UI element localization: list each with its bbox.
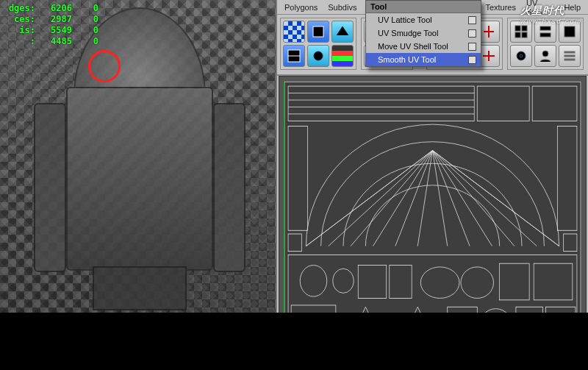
tool-menu-item-smudge[interactable]: UV Smudge Tool: [366, 26, 481, 40]
shelf-group-misc: [507, 18, 584, 70]
svg-point-53: [461, 267, 494, 299]
svg-point-48: [300, 266, 326, 297]
svg-rect-13: [522, 32, 527, 38]
svg-rect-15: [540, 33, 551, 37]
app-root: dges: 6206 0 ces: 2987 0 is: 5549 0 : 44…: [0, 0, 588, 370]
svg-rect-21: [564, 55, 575, 57]
tool-menu-label: Move UV Shell Tool: [378, 42, 448, 51]
svg-rect-45: [288, 234, 301, 252]
tool-menu-label: Smooth UV Tool: [378, 55, 436, 64]
svg-rect-0: [313, 26, 323, 37]
watermark: 火星时代 www.hxsd.com: [520, 4, 582, 25]
svg-point-18: [520, 54, 523, 57]
tool-menu-label: UV Lattice Tool: [378, 15, 432, 24]
svg-rect-43: [288, 126, 307, 230]
tool-menu-item-moveshell[interactable]: Move UV Shell Tool: [366, 40, 481, 53]
svg-rect-54: [500, 263, 530, 300]
svg-line-31: [306, 151, 432, 246]
option-box-icon[interactable]: [468, 43, 476, 51]
head-icon[interactable]: [534, 45, 556, 67]
isolate-select-icon[interactable]: [510, 45, 532, 67]
option-box-icon[interactable]: [468, 56, 476, 64]
svg-line-34: [373, 151, 433, 246]
svg-rect-22: [564, 59, 575, 60]
hud-value: 6206: [40, 3, 72, 14]
svg-rect-51: [390, 266, 412, 299]
tool-menu-item-smoothuv[interactable]: Smooth UV Tool: [366, 53, 481, 66]
svg-line-41: [433, 151, 537, 246]
svg-rect-50: [358, 266, 386, 299]
annotation-circle-icon: [88, 50, 121, 82]
svg-rect-24: [288, 86, 474, 121]
svg-point-19: [542, 51, 548, 57]
hud-row: dges: 6206 0: [3, 3, 98, 14]
svg-point-3: [314, 51, 323, 60]
svg-rect-44: [558, 126, 577, 230]
svg-rect-46: [564, 234, 577, 252]
uv-shaded-icon[interactable]: [331, 21, 354, 43]
watermark-brand: 火星时代: [520, 4, 564, 16]
uv-snapshot-icon[interactable]: [307, 21, 329, 43]
hud-selected: 0: [76, 3, 98, 14]
svg-rect-14: [540, 26, 551, 30]
svg-rect-20: [564, 51, 575, 53]
options-icon[interactable]: [559, 45, 581, 67]
polycount-hud: dges: 6206 0 ces: 2987 0 is: 5549 0 : 44…: [3, 3, 98, 47]
hud-row: ces: 2987 0: [3, 14, 98, 25]
option-box-icon[interactable]: [468, 29, 476, 38]
svg-rect-55: [534, 263, 573, 300]
svg-line-42: [433, 151, 559, 246]
svg-rect-12: [515, 32, 520, 38]
watermark-url: www.hxsd.com: [520, 18, 582, 25]
svg-rect-16: [564, 26, 575, 37]
menu-subdivs[interactable]: Subdivs: [323, 1, 361, 13]
tool-menu-label: UV Smudge Tool: [378, 29, 438, 38]
svg-rect-26: [532, 86, 577, 121]
uv-gradient-icon[interactable]: [331, 45, 354, 67]
uv-checker-display-icon[interactable]: [283, 21, 305, 43]
svg-line-39: [433, 151, 492, 246]
tool-menu-item-lattice[interactable]: UV Lattice Tool: [366, 13, 481, 26]
svg-line-36: [417, 151, 432, 246]
hud-label: dges:: [3, 3, 35, 14]
footer-black-bar: [0, 313, 588, 370]
svg-rect-11: [522, 26, 527, 31]
option-box-icon[interactable]: [468, 16, 476, 24]
svg-point-49: [333, 268, 354, 293]
hud-row: : 4485 0: [3, 36, 98, 47]
uv-texture-borders-icon[interactable]: [283, 45, 305, 67]
svg-line-37: [433, 151, 448, 246]
menu-polygons[interactable]: Polygons: [280, 1, 322, 13]
tool-menu-dropdown: Tool UV Lattice Tool UV Smudge Tool Move…: [365, 0, 481, 67]
svg-point-52: [420, 267, 459, 299]
svg-rect-25: [477, 86, 529, 121]
hud-row: is: 5549 0: [3, 25, 98, 36]
menu-textures[interactable]: Textures: [481, 1, 520, 13]
tool-menu-title: Tool: [366, 1, 481, 13]
shelf-group-display: [280, 18, 356, 70]
model-preview: [29, 7, 250, 324]
svg-rect-10: [515, 26, 520, 31]
svg-line-32: [329, 151, 433, 246]
uv-dim-image-icon[interactable]: [307, 45, 329, 67]
